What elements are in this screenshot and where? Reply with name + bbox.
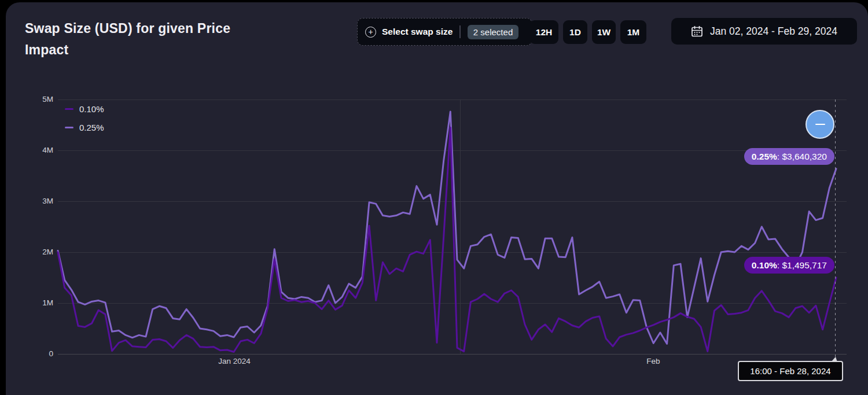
legend-swatch-025: [65, 127, 73, 129]
x-tick-jan-2024: Jan 2024: [211, 356, 258, 367]
crosshair-time-tooltip: 16:00 - Feb 28, 2024: [738, 361, 843, 381]
y-tick-0: 0: [30, 349, 53, 359]
chart-area[interactable]: [0, 0, 868, 395]
tooltip-025-label: 0.25%: [752, 152, 777, 162]
y-tick-2m: 2M: [30, 247, 53, 257]
legend-item-010[interactable]: 0.10%: [65, 104, 104, 114]
y-tick-5m: 5M: [30, 94, 53, 105]
tooltip-010-label: 0.10%: [752, 260, 777, 271]
tooltip-025-value: : $3,640,320: [777, 152, 827, 162]
chart-panel: Swap Size (USD) for given Price Impact +…: [6, 2, 868, 395]
legend-item-025[interactable]: 0.25%: [65, 123, 104, 132]
y-tick-4m: 4M: [30, 145, 53, 156]
tooltip-010-value: : $1,495,717: [777, 260, 827, 271]
legend-label-010: 0.10%: [79, 104, 104, 114]
legend-label-025: 0.25%: [79, 123, 104, 132]
tooltip-value-010: 0.10%: $1,495,717: [744, 257, 834, 274]
x-tick-feb: Feb: [636, 356, 671, 367]
tooltip-value-025: 0.25%: $3,640,320: [744, 148, 834, 165]
minus-icon: [815, 124, 825, 125]
zoom-out-button[interactable]: [806, 110, 834, 139]
y-tick-1m: 1M: [30, 298, 53, 308]
series-025-line: [58, 112, 836, 344]
legend-swatch-010: [65, 108, 73, 110]
y-tick-3m: 3M: [30, 196, 53, 206]
